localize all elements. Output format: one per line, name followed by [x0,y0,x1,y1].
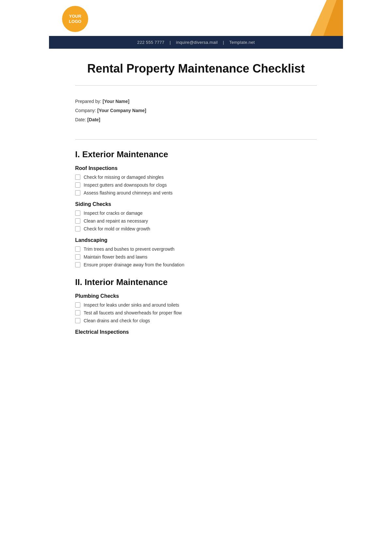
checkbox-icon[interactable] [75,218,80,224]
divider-top [75,85,317,86]
header-decoration [291,0,343,36]
list-item-label: Check for missing or damaged shingles [84,175,164,180]
list-item-label: Check for mold or mildew growth [84,226,150,231]
checkbox-icon[interactable] [75,226,80,231]
list-item[interactable]: Assess flashing around chimneys and vent… [75,190,317,195]
list-item-label: Inspect for leaks under sinks and around… [84,302,179,308]
company-value: [Your Company Name] [97,108,146,113]
list-item[interactable]: Ensure proper drainage away from the fou… [75,262,317,267]
prepared-by-row: Prepared by: [Your Name] [75,99,317,104]
company-label: Company: [75,108,96,113]
checkbox-icon[interactable] [75,190,80,195]
list-item[interactable]: Inspect gutters and downspouts for clogs [75,182,317,188]
separator2: | [223,40,225,45]
list-item-label: Ensure proper drainage away from the fou… [84,262,184,267]
list-item-label: Assess flashing around chimneys and vent… [84,190,172,195]
checklist: Trim trees and bushes to prevent overgro… [75,246,317,267]
checkbox-icon[interactable] [75,246,80,252]
sections-container: I. Exterior MaintenanceRoof InspectionsC… [75,149,317,335]
section-title-interior: II. Interior Maintenance [75,277,317,287]
list-item[interactable]: Clean and repaint as necessary [75,218,317,224]
checkbox-icon[interactable] [75,254,80,260]
logo: YOUR LOGO [62,6,88,32]
contact-website: Template.net [229,40,255,45]
date-row: Date: [Date] [75,117,317,122]
prepared-by-value: [Your Name] [103,99,129,104]
date-label: Date: [75,117,86,122]
list-item[interactable]: Test all faucets and showerheads for pro… [75,310,317,315]
subsection-title: Roof Inspections [75,165,317,171]
date-value: [Date] [87,117,100,122]
list-item[interactable]: Maintain flower beds and lawns [75,254,317,260]
list-item-label: Inspect gutters and downspouts for clogs [84,182,167,188]
checklist: Inspect for cracks or damageClean and re… [75,211,317,231]
list-item-label: Inspect for cracks or damage [84,211,143,216]
section-title-exterior: I. Exterior Maintenance [75,149,317,160]
header-bar: 222 555 7777 | inquire@diversa.mail | Te… [49,36,343,49]
list-item-label: Maintain flower beds and lawns [84,254,147,260]
logo-line2: LOGO [69,19,81,24]
contact-email: inquire@diversa.mail [176,40,218,45]
document-title: Rental Property Maintenance Checklist [75,62,317,76]
checkbox-icon[interactable] [75,182,80,188]
subsection-title: Plumbing Checks [75,293,317,299]
checkbox-icon[interactable] [75,310,80,315]
list-item[interactable]: Trim trees and bushes to prevent overgro… [75,246,317,252]
checkbox-icon[interactable] [75,262,80,267]
checklist: Inspect for leaks under sinks and around… [75,302,317,323]
meta-section: Prepared by: [Your Name] Company: [Your … [75,92,317,133]
list-item-label: Clean drains and check for clogs [84,318,150,323]
main-content: Rental Property Maintenance Checklist Pr… [49,49,343,358]
company-row: Company: [Your Company Name] [75,108,317,113]
checkbox-icon[interactable] [75,318,80,323]
checkbox-icon[interactable] [75,302,80,308]
subsection-title: Electrical Inspections [75,329,317,335]
list-item-label: Test all faucets and showerheads for pro… [84,310,182,315]
checkbox-icon[interactable] [75,211,80,216]
list-item[interactable]: Inspect for cracks or damage [75,211,317,216]
list-item-label: Trim trees and bushes to prevent overgro… [84,246,174,252]
list-item[interactable]: Check for mold or mildew growth [75,226,317,231]
prepared-by-label: Prepared by: [75,99,101,104]
list-item[interactable]: Inspect for leaks under sinks and around… [75,302,317,308]
subsection-title: Landscaping [75,237,317,243]
list-item[interactable]: Check for missing or damaged shingles [75,175,317,180]
list-item[interactable]: Clean drains and check for clogs [75,318,317,323]
header-top: YOUR LOGO [49,0,343,33]
subsection-title: Siding Checks [75,201,317,207]
checklist: Check for missing or damaged shinglesIns… [75,175,317,195]
logo-line1: YOUR [69,14,81,19]
separator1: | [170,40,172,45]
checkbox-icon[interactable] [75,175,80,180]
contact-phone: 222 555 7777 [137,40,164,45]
list-item-label: Clean and repaint as necessary [84,218,148,224]
divider-bottom [75,139,317,140]
